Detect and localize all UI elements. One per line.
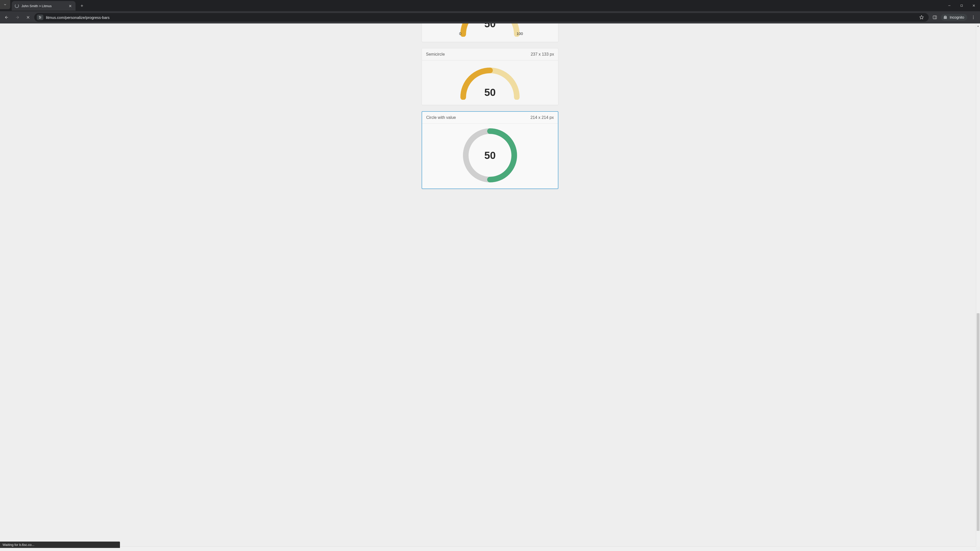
scroll-up-arrow-icon[interactable]: ▲	[976, 24, 980, 28]
loading-spinner-icon	[15, 4, 19, 8]
card-title: Semicircle	[426, 52, 445, 57]
window-controls: ✕	[943, 0, 980, 11]
tab-search-dropdown[interactable]	[0, 0, 10, 9]
svg-point-19	[973, 17, 974, 18]
card-dims: 214 x 214 px	[530, 115, 554, 120]
browser-tab[interactable]: John Smith > Litmus ✕	[12, 1, 76, 11]
kebab-menu-icon[interactable]	[969, 13, 978, 22]
back-button[interactable]	[2, 13, 11, 22]
card-semicircle-scale[interactable]: Semicircle 237 x 133 px 50 0 100	[422, 24, 558, 42]
gauge-semicircle: 50	[458, 64, 522, 100]
svg-rect-13	[933, 16, 937, 19]
browser-chrome: John Smith > Litmus ✕ + ✕ litm	[0, 0, 980, 24]
svg-point-10	[40, 17, 41, 17]
gauge-value: 50	[458, 87, 522, 98]
card-circle-value[interactable]: Circle with value 214 x 214 px 50	[422, 111, 558, 189]
cards-column: Semicircle 237 x 133 px 50 0 100	[422, 24, 558, 199]
stop-reload-button[interactable]	[24, 13, 33, 22]
svg-point-20	[973, 18, 974, 19]
page-viewport: Semicircle 237 x 133 px 50 0 100	[0, 24, 980, 551]
gauge-circle: 50	[462, 127, 518, 183]
status-bar: Waiting for b.6sc.co...	[0, 541, 120, 548]
card-semicircle[interactable]: Semicircle 237 x 133 px 50	[422, 48, 558, 105]
incognito-icon	[943, 15, 948, 20]
svg-point-15	[944, 17, 945, 19]
forward-button[interactable]	[13, 13, 22, 22]
card-header: Semicircle 237 x 133 px	[422, 48, 558, 60]
gauge-value: 50	[458, 24, 522, 30]
vertical-scrollbar[interactable]: ▲	[976, 24, 980, 546]
gauge-value: 50	[462, 127, 518, 183]
gauge-min: 0	[459, 32, 461, 36]
scrollbar-thumb[interactable]	[977, 313, 980, 531]
svg-rect-1	[961, 5, 963, 6]
svg-marker-12	[920, 16, 924, 19]
status-text: Waiting for b.6sc.co...	[3, 543, 35, 547]
gauge-max: 100	[517, 32, 523, 36]
titlebar: John Smith > Litmus ✕ + ✕	[0, 0, 980, 11]
close-window-button[interactable]: ✕	[968, 0, 980, 11]
site-settings-icon[interactable]	[37, 14, 43, 20]
horizontal-scrollbar[interactable]	[0, 546, 976, 551]
incognito-indicator[interactable]: Incognito	[941, 14, 967, 21]
toolbar: litmus.com/personalize/progress-bars Inc…	[0, 11, 980, 24]
omnibox[interactable]: litmus.com/personalize/progress-bars	[34, 13, 929, 22]
new-tab-button[interactable]: +	[78, 2, 86, 10]
tab-title: John Smith > Litmus	[21, 4, 66, 8]
svg-point-11	[40, 18, 40, 18]
close-tab-button[interactable]: ✕	[68, 4, 72, 8]
maximize-button[interactable]	[956, 0, 968, 11]
scroll-area[interactable]: Semicircle 237 x 133 px 50 0 100	[0, 24, 980, 551]
minimize-button[interactable]	[943, 0, 956, 11]
svg-point-16	[945, 17, 947, 19]
side-panel-icon[interactable]	[930, 13, 939, 22]
url-text: litmus.com/personalize/progress-bars	[46, 15, 110, 20]
card-dims: 237 x 133 px	[531, 52, 554, 57]
svg-point-18	[973, 16, 974, 16]
bookmark-star-icon[interactable]	[917, 13, 926, 22]
card-header: Circle with value 214 x 214 px	[422, 112, 558, 124]
svg-point-9	[39, 16, 40, 17]
gauge-semicircle-scale: 50 0 100	[458, 24, 522, 37]
incognito-label: Incognito	[950, 15, 964, 19]
card-title: Circle with value	[426, 115, 456, 120]
